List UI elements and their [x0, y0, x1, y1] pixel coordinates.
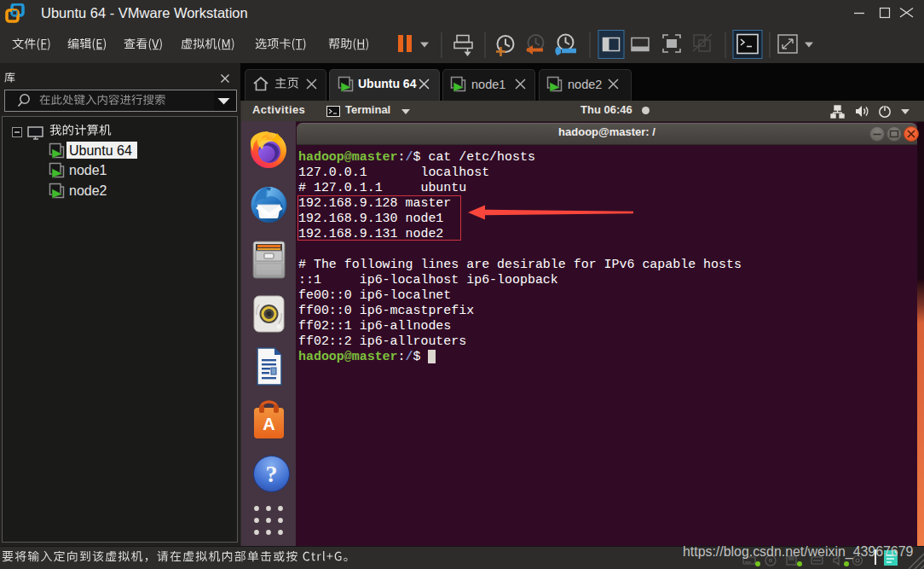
svg-text:A: A [263, 415, 274, 433]
svg-text:?: ? [266, 461, 278, 487]
